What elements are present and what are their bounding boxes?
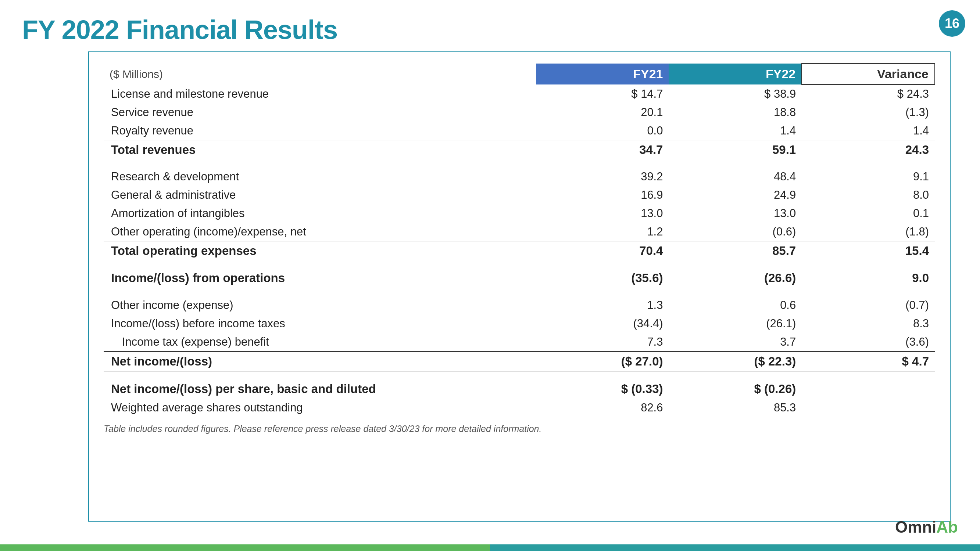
row-fy22: 1.4: [669, 122, 802, 140]
table-row: Net income/(loss)($ 27.0)($ 22.3)$ 4.7: [103, 351, 935, 372]
table-row: Royalty revenue0.01.41.4: [103, 122, 935, 140]
row-variance: $ 4.7: [802, 351, 935, 372]
row-variance: 8.0: [802, 186, 935, 204]
row-fy22: $ 38.9: [669, 84, 802, 103]
table-row: Income tax (expense) benefit7.33.7(3.6): [103, 333, 935, 351]
logo-ab: Ab: [936, 518, 958, 536]
row-fy22: (0.6): [669, 222, 802, 241]
row-label: General & administrative: [103, 186, 536, 204]
row-fy22: 48.4: [669, 167, 802, 186]
row-label: Research & development: [103, 167, 536, 186]
row-label: Income/(loss) from operations: [103, 268, 536, 287]
row-fy22: 24.9: [669, 186, 802, 204]
table-row: Net income/(loss) per share, basic and d…: [103, 380, 935, 399]
table-row: Other operating (income)/expense, net1.2…: [103, 222, 935, 241]
row-variance: (1.8): [802, 222, 935, 241]
page-title: FY 2022 Financial Results: [22, 15, 337, 45]
row-fy21: ($ 27.0): [536, 351, 669, 372]
row-fy22: 0.6: [669, 296, 802, 314]
table-row: Total revenues34.759.124.3: [103, 140, 935, 160]
table-row: [103, 287, 935, 296]
header-fy22: FY22: [669, 64, 802, 84]
table-row: Research & development39.248.49.1: [103, 167, 935, 186]
row-fy21: $ 14.7: [536, 84, 669, 103]
omniab-logo: OmniAb: [895, 518, 958, 536]
row-fy22: 18.8: [669, 103, 802, 122]
logo-omni: Omni: [895, 518, 936, 536]
row-label: Other operating (income)/expense, net: [103, 222, 536, 241]
table-row: Amortization of intangibles13.013.00.1: [103, 204, 935, 222]
table-row: [103, 159, 935, 167]
row-label: Total operating expenses: [103, 241, 536, 261]
table-row: License and milestone revenue$ 14.7$ 38.…: [103, 84, 935, 103]
bottom-bar-teal: [490, 545, 980, 551]
row-fy21: 1.3: [536, 296, 669, 314]
row-fy21: $ (0.33): [536, 380, 669, 399]
financial-table: ($ Millions) FY21 FY22 Variance License …: [103, 63, 935, 417]
table-row: Income/(loss) before income taxes(34.4)(…: [103, 314, 935, 333]
row-variance: 15.4: [802, 241, 935, 261]
row-label: License and milestone revenue: [103, 84, 536, 103]
row-fy21: 70.4: [536, 241, 669, 261]
row-label: Net income/(loss): [103, 351, 536, 372]
row-fy21: 16.9: [536, 186, 669, 204]
row-variance: 1.4: [802, 122, 935, 140]
table-row: Income/(loss) from operations(35.6)(26.6…: [103, 268, 935, 287]
row-label: Service revenue: [103, 103, 536, 122]
row-fy22: 13.0: [669, 204, 802, 222]
header-fy21: FY21: [536, 64, 669, 84]
row-fy22: 85.3: [669, 399, 802, 417]
row-fy21: 13.0: [536, 204, 669, 222]
row-fy22: $ (0.26): [669, 380, 802, 399]
row-fy22: (26.1): [669, 314, 802, 333]
row-variance: 8.3: [802, 314, 935, 333]
units-label: ($ Millions): [103, 64, 536, 84]
row-variance: 0.1: [802, 204, 935, 222]
table-footnote: Table includes rounded figures. Please r…: [103, 424, 935, 434]
row-fy21: 1.2: [536, 222, 669, 241]
row-fy22: 85.7: [669, 241, 802, 261]
row-variance: 9.0: [802, 268, 935, 287]
row-fy22: 59.1: [669, 140, 802, 160]
row-variance: (1.3): [802, 103, 935, 122]
row-fy22: (26.6): [669, 268, 802, 287]
header-variance: Variance: [802, 64, 935, 84]
table-row: Total operating expenses70.485.715.4: [103, 241, 935, 261]
row-label: Other income (expense): [103, 296, 536, 314]
row-label: Income/(loss) before income taxes: [103, 314, 536, 333]
row-label: Income tax (expense) benefit: [103, 333, 536, 351]
page-number-badge: 16: [939, 10, 965, 37]
row-fy21: 82.6: [536, 399, 669, 417]
table-row: [103, 372, 935, 380]
row-fy22: ($ 22.3): [669, 351, 802, 372]
table-row: [103, 260, 935, 268]
row-variance: [802, 380, 935, 399]
row-fy21: 34.7: [536, 140, 669, 160]
table-row: Weighted average shares outstanding82.68…: [103, 399, 935, 417]
row-fy21: (35.6): [536, 268, 669, 287]
row-label: Net income/(loss) per share, basic and d…: [103, 380, 536, 399]
row-variance: $ 24.3: [802, 84, 935, 103]
row-label: Royalty revenue: [103, 122, 536, 140]
row-variance: [802, 399, 935, 417]
row-fy21: 0.0: [536, 122, 669, 140]
row-label: Amortization of intangibles: [103, 204, 536, 222]
financial-table-container: ($ Millions) FY21 FY22 Variance License …: [88, 51, 951, 522]
row-variance: (0.7): [802, 296, 935, 314]
row-fy21: 20.1: [536, 103, 669, 122]
table-row: General & administrative16.924.98.0: [103, 186, 935, 204]
bottom-color-bar: [0, 545, 980, 551]
row-variance: 24.3: [802, 140, 935, 160]
table-row: Service revenue20.118.8(1.3): [103, 103, 935, 122]
row-label: Total revenues: [103, 140, 536, 160]
row-label: Weighted average shares outstanding: [103, 399, 536, 417]
row-fy22: 3.7: [669, 333, 802, 351]
row-variance: 9.1: [802, 167, 935, 186]
table-row: Other income (expense)1.30.6(0.7): [103, 296, 935, 314]
row-fy21: 39.2: [536, 167, 669, 186]
bottom-bar-green: [0, 545, 490, 551]
row-variance: (3.6): [802, 333, 935, 351]
row-fy21: (34.4): [536, 314, 669, 333]
row-fy21: 7.3: [536, 333, 669, 351]
